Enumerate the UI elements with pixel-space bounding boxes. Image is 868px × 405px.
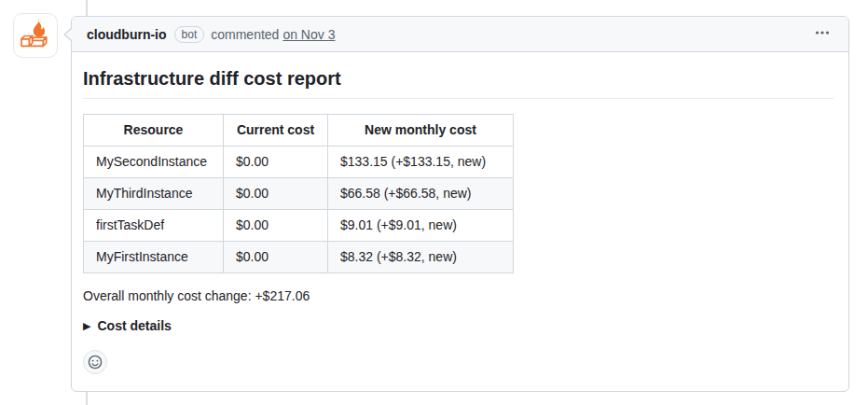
kebab-menu-button[interactable] bbox=[809, 22, 835, 47]
timeline-line bbox=[86, 0, 88, 17]
cloudburn-logo-icon bbox=[17, 15, 54, 56]
comment-card: cloudburn-io bot commented on Nov 3 Infr… bbox=[71, 16, 849, 392]
overall-cost-change: Overall monthly cost change: +$217.06 bbox=[83, 288, 834, 303]
cell-resource: MyThirdInstance bbox=[84, 178, 224, 210]
comment-header: cloudburn-io bot commented on Nov 3 bbox=[72, 17, 848, 52]
col-header-new-monthly-cost: New monthly cost bbox=[328, 115, 514, 147]
cell-resource: MySecondInstance bbox=[84, 147, 224, 178]
table-row: firstTaskDef $0.00 $9.01 (+$9.01, new) bbox=[84, 210, 514, 242]
col-header-current-cost: Current cost bbox=[224, 115, 328, 147]
cell-new-cost: $133.15 (+$133.15, new) bbox=[328, 147, 514, 178]
table-row: MyFirstInstance $0.00 $8.32 (+$8.32, new… bbox=[84, 242, 514, 273]
report-title: Infrastructure diff cost report bbox=[83, 67, 834, 99]
col-header-resource: Resource bbox=[84, 115, 224, 147]
cell-resource: firstTaskDef bbox=[84, 210, 224, 242]
github-issue-comment-page: cloudburn-io bot commented on Nov 3 Infr… bbox=[0, 0, 868, 405]
kebab-horizontal-icon bbox=[815, 25, 830, 43]
cost-details-label: Cost details bbox=[97, 318, 171, 333]
commented-text: commented bbox=[211, 27, 279, 42]
timeline-line bbox=[86, 392, 88, 405]
avatar[interactable] bbox=[13, 13, 58, 58]
cost-table: Resource Current cost New monthly cost M… bbox=[83, 114, 514, 273]
details-caret-icon: ▶ bbox=[83, 320, 90, 332]
table-row: MySecondInstance $0.00 $133.15 (+$133.15… bbox=[84, 147, 514, 178]
bot-badge: bot bbox=[174, 26, 205, 43]
add-reaction-button[interactable] bbox=[83, 350, 107, 374]
cell-current-cost: $0.00 bbox=[224, 242, 328, 273]
table-row: MyThirdInstance $0.00 $66.58 (+$66.58, n… bbox=[84, 178, 514, 210]
author-login[interactable]: cloudburn-io bbox=[87, 27, 167, 42]
cell-current-cost: $0.00 bbox=[224, 178, 328, 210]
cell-current-cost: $0.00 bbox=[224, 147, 328, 178]
cell-resource: MyFirstInstance bbox=[84, 242, 224, 273]
table-header-row: Resource Current cost New monthly cost bbox=[84, 115, 514, 147]
cell-new-cost: $9.01 (+$9.01, new) bbox=[328, 210, 514, 242]
cell-new-cost: $66.58 (+$66.58, new) bbox=[328, 178, 514, 210]
timestamp-link[interactable]: on Nov 3 bbox=[282, 27, 335, 42]
comment-body: Infrastructure diff cost report Resource… bbox=[72, 52, 848, 385]
cell-current-cost: $0.00 bbox=[224, 210, 328, 242]
smiley-icon bbox=[88, 355, 103, 370]
cell-new-cost: $8.32 (+$8.32, new) bbox=[328, 242, 514, 273]
cost-details-toggle[interactable]: ▶ Cost details bbox=[83, 318, 834, 333]
